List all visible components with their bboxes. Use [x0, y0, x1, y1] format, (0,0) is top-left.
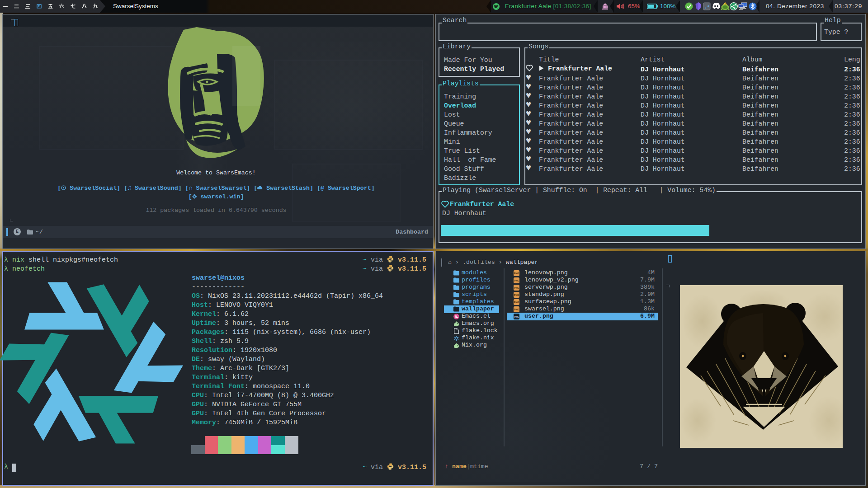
svg-text:PNG: PNG [514, 294, 519, 296]
svg-text:PNG: PNG [514, 272, 519, 275]
svg-text:PNG: PNG [514, 308, 519, 311]
svg-text:PNG: PNG [514, 301, 519, 304]
svg-text:PNG: PNG [514, 279, 519, 282]
svg-text:PNG: PNG [514, 286, 519, 289]
svg-text:PNG: PNG [514, 315, 519, 318]
